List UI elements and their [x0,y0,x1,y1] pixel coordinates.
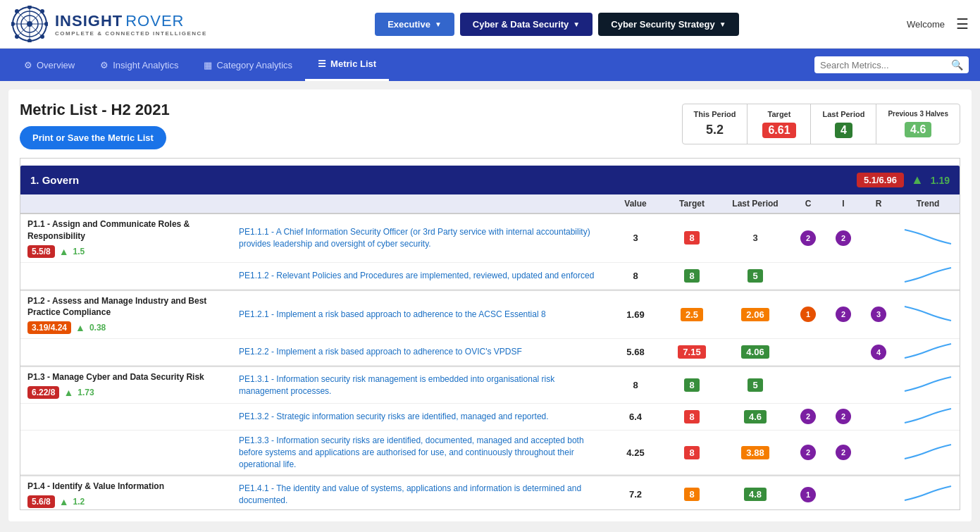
metric-i-pe1_3_2: 2 [826,409,861,424]
search-icon[interactable]: 🔍 [951,59,963,70]
group-score-row: 5.6/8 ▲ 1.2 [27,495,225,508]
cyber-label: Cyber & Data Security [473,19,569,30]
this-period-label: This Period [694,110,736,118]
target-badge-pe1_2_2: 7.15 [678,345,705,359]
circle-c-pe1_2_1: 1 [800,307,816,322]
target-badge-pe1_3_1: 8 [684,378,699,392]
metric-desc-pe1_3_2[interactable]: PE1.3.2 - Strategic information security… [232,407,607,427]
nav-item-overview[interactable]: ⚙ Overview [11,50,87,80]
summary-prev-halves: Previous 3 Halves 4.6 [876,104,960,144]
group-arrow-up: ▲ [75,322,85,333]
metric-target-pe1_1_2: 8 [664,269,720,283]
group-name: P1.3 - Manage Cyber and Data Security Ri… [27,371,225,383]
metric-value-pe1_2_1: 1.69 [607,309,664,320]
summary-cards: This Period 5.2 Target 6.61 Last Period … [682,104,960,144]
print-save-button[interactable]: Print or Save the Metric List [20,126,166,149]
logo-sub: COMPLETE & CONNECTED INTELLIGENCE [55,30,207,37]
trend-chart [903,442,953,462]
metric-r-pe1_2_1: 3 [861,307,896,322]
metric-i-pe1_1_1: 2 [826,230,861,246]
th-trend: Trend [896,194,960,213]
cyber-button[interactable]: Cyber & Data Security ▼ [460,13,593,36]
metric-target-pe1_3_1: 8 [664,378,720,392]
search-input[interactable] [820,60,947,70]
metric-c-pe1_1_1: 2 [790,230,826,246]
group-name: P1.2 - Assess and Manage Industry and Be… [27,295,225,319]
lp-badge-pe1_2_1: 2.06 [741,308,769,321]
svg-point-8 [27,6,32,9]
target-label: Target [759,110,799,118]
hamburger-icon[interactable]: ☰ [956,16,969,32]
metric-table-wrapper: 1. Govern 5.1/6.96 ▲ 1.19 Value Target L… [20,158,960,510]
svg-point-9 [44,22,48,26]
metric-desc-pe1_4_1[interactable]: PE1.4.1 - The identity and value of syst… [232,478,607,510]
target-badge-pe1_1_2: 8 [684,269,699,283]
metric-trend-pe1_3_3 [896,442,960,464]
group-info-cell-0-1 [20,271,232,280]
summary-area: This Period 5.2 Target 6.61 Last Period … [682,104,960,144]
metric-desc-pe1_1_1[interactable]: PE1.1.1 - A Chief Information Security O… [232,222,607,254]
group-info-cell-2-1 [20,412,232,421]
nav-bar: ⚙ Overview ⚙ Insight Analytics ▦ Categor… [0,49,980,81]
svg-point-13 [15,9,19,13]
trend-chart [903,406,953,426]
metric-trend-pe1_3_2 [896,406,960,428]
metric-value-pe1_4_1: 7.2 [607,489,664,500]
executive-caret: ▼ [435,20,442,28]
trend-chart [903,304,953,323]
metric-lp-pe1_3_1: 5 [720,378,790,392]
trend-chart [903,341,953,361]
group-arrow-up: ▲ [63,387,73,398]
metric-lp-pe1_1_1: 3 [720,233,790,243]
group-name: P1.4 - Identify & Value Information [27,481,225,493]
metric-desc-pe1_3_3[interactable]: PE1.3.3 - Information security risks are… [232,431,607,474]
lp-badge-pe1_4_1: 4.8 [744,488,767,501]
logo-icon [11,6,48,42]
circle-i-pe1_2_1: 2 [836,307,851,322]
metric-r-pe1_2_2: 4 [861,345,896,360]
metric-c-pe1_3_3: 2 [790,445,826,460]
metric-row-pe1_2_1: P1.2 - Assess and Manage Industry and Be… [20,291,960,340]
group-diff: 1.73 [77,388,94,397]
metric-c-pe1_4_1: 1 [790,487,826,502]
group-info-cell-2-2 [20,448,232,457]
last-period-label: Last Period [822,110,864,118]
group-arrow-up: ▲ [59,496,69,507]
nav-item-insight[interactable]: ⚙ Insight Analytics [87,50,191,80]
top-header: INSIGHT ROVER COMPLETE & CONNECTED INTEL… [0,0,980,49]
group-score-badge: 6.22/8 [27,386,59,399]
metric-value-pe1_3_3: 4.25 [607,447,664,458]
circle-c-pe1_3_3: 2 [800,445,816,460]
metric-row-pe1_4_1: P1.4 - Identify & Value Information 5.6/… [20,476,960,510]
group-score-badge: 5.5/8 [27,245,55,258]
svg-point-12 [40,9,44,13]
metric-desc-pe1_2_1[interactable]: PE1.2.1 - Implement a risk based approac… [232,304,607,325]
logo-rover: ROVER [125,12,184,30]
puzzle-icon: ⚙ [24,60,32,70]
nav-item-metric-list[interactable]: ☰ Metric List [305,49,389,81]
target-badge-pe1_3_2: 8 [684,410,699,423]
metric-desc-pe1_3_1[interactable]: PE1.3.1 - Information security risk mana… [232,369,607,402]
this-period-value: 5.2 [694,123,736,137]
metric-target-pe1_3_3: 8 [664,446,720,459]
group-diff: 1.2 [73,497,85,507]
header-nav: Executive ▼ Cyber & Data Security ▼ Cybe… [375,13,738,36]
summary-last-period: Last Period 4 [811,104,876,144]
group-diff: 1.5 [73,247,85,256]
page-title: Metric List - H2 2021 [20,101,170,119]
metric-desc-pe1_2_2[interactable]: PE1.2.2 - Implement a risk based approac… [232,342,607,362]
executive-button[interactable]: Executive ▼ [375,13,454,36]
metric-desc-pe1_1_2[interactable]: PE1.1.2 - Relevant Policies and Procedur… [232,266,607,286]
metric-trend-pe1_2_1 [896,304,960,326]
section-score-badge: 5.1/6.96 [857,173,904,187]
svg-point-10 [27,39,32,42]
section-title: 1. Govern [30,174,79,186]
target-badge: 6.61 [762,123,795,138]
group-score-row: 5.5/8 ▲ 1.5 [27,245,225,258]
strategy-button[interactable]: Cyber Security Strategy ▼ [598,13,738,36]
nav-item-category[interactable]: ▦ Category Analytics [191,50,305,80]
nav-search[interactable]: 🔍 [814,56,969,73]
circle-r-pe1_2_2: 4 [871,345,886,360]
prev-halves-label: Previous 3 Halves [888,110,948,118]
target-value: 6.61 [759,123,799,138]
